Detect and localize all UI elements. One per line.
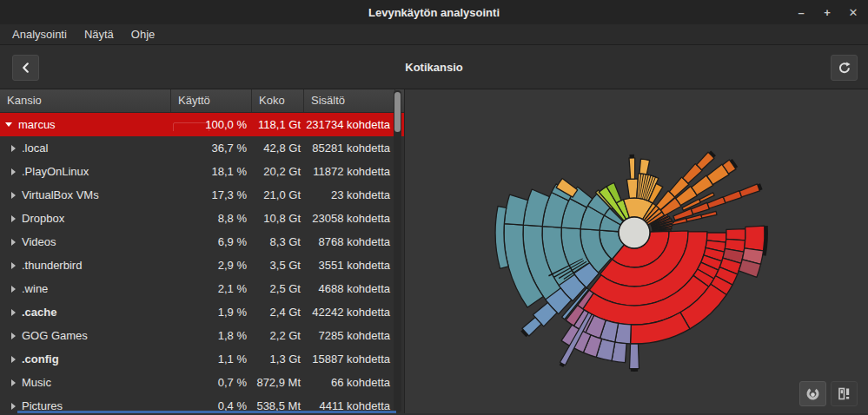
back-button[interactable]: [12, 55, 39, 81]
ring-segment[interactable]: [726, 229, 745, 240]
table-row[interactable]: Dropbox8,8 %10,8 Gt23058 kohdetta: [0, 207, 404, 230]
headerbar: Kotikansio: [0, 45, 868, 89]
contents-cell: 23 kohdetta: [304, 188, 395, 201]
rings-chart-button[interactable]: [799, 381, 826, 406]
usage-cell: 0,7 %: [171, 376, 252, 389]
size-cell: 2,4 Gt: [252, 306, 304, 319]
titlebar: Levynkäytön analysointi – + ✕: [0, 0, 868, 24]
expander-closed-icon[interactable]: [11, 286, 16, 293]
ring-segment[interactable]: [629, 158, 635, 179]
folder-name: marcus: [18, 118, 56, 131]
folder-name-cell: .PlayOnLinux: [0, 165, 171, 178]
chart-center-root[interactable]: [619, 217, 650, 248]
folder-name-cell: .local: [0, 142, 171, 155]
expander-closed-icon[interactable]: [11, 192, 16, 199]
expander-closed-icon[interactable]: [11, 403, 16, 410]
folder-name: Music: [22, 376, 51, 389]
table-row[interactable]: .thunderbird2,9 %3,5 Gt3551 kohdetta: [0, 254, 404, 277]
expander-closed-icon[interactable]: [11, 145, 16, 152]
table-row[interactable]: .PlayOnLinux18,1 %20,2 Gt11872 kohdetta: [0, 160, 404, 183]
folder-name: .wine: [22, 282, 48, 295]
size-cell: 3,5 Gt: [252, 259, 304, 272]
size-cell: 1,3 Gt: [252, 352, 304, 366]
folder-name: Dropbox: [22, 212, 64, 225]
ring-segment[interactable]: [630, 155, 635, 158]
ring-segment[interactable]: [631, 369, 638, 372]
table-row[interactable]: .local36,7 %42,8 Gt85281 kohdetta: [0, 136, 404, 160]
usage-cell: 1,1 %: [171, 352, 252, 366]
ring-segment[interactable]: [745, 226, 765, 251]
folder-name: .cache: [22, 306, 56, 319]
expander-closed-icon[interactable]: [11, 356, 16, 363]
page-title: Kotikansio: [0, 45, 868, 89]
folder-name: VirtualBox VMs: [22, 188, 99, 201]
ring-segment[interactable]: [739, 184, 759, 197]
column-header-sisalto[interactable]: Sisältö: [304, 89, 395, 112]
table-row[interactable]: .cache1,9 %2,4 Gt42242 kohdetta: [0, 300, 404, 324]
contents-cell: 85281 kohdetta: [304, 142, 395, 155]
expander-closed-icon[interactable]: [11, 379, 16, 386]
ring-segment[interactable]: [639, 159, 650, 175]
usage-cell: 6,9 %: [171, 235, 252, 248]
expander-closed-icon[interactable]: [11, 168, 16, 175]
table-row[interactable]: .config1,1 %1,3 Gt15887 kohdetta: [0, 347, 404, 371]
contents-cell: 11872 kohdetta: [304, 165, 395, 178]
rings-chart-icon: [805, 386, 820, 401]
usage-cell: 1,8 %: [171, 329, 252, 342]
folder-name-cell: Dropbox: [0, 212, 171, 225]
menu-analysointi[interactable]: Analysointi: [3, 25, 76, 43]
close-button[interactable]: ✕: [847, 6, 859, 19]
treemap-chart-button[interactable]: [831, 381, 858, 406]
rings-chart[interactable]: [405, 89, 868, 413]
minimize-button[interactable]: –: [795, 6, 807, 19]
folder-name: .PlayOnLinux: [22, 165, 89, 178]
column-header-koko[interactable]: Koko: [252, 89, 304, 112]
contents-cell: 66 kohdetta: [304, 376, 395, 389]
contents-cell: 4688 kohdetta: [304, 282, 395, 295]
contents-cell: 15887 kohdetta: [304, 352, 395, 366]
partially-visible-row-highlight: [17, 411, 396, 413]
ring-segment[interactable]: [701, 211, 717, 218]
menu-nayta[interactable]: Näytä: [76, 25, 123, 43]
expander-closed-icon[interactable]: [11, 262, 16, 269]
contents-cell: 231734 kohdetta: [304, 118, 395, 131]
folder-name-cell: Music: [0, 376, 171, 389]
folder-name: .config: [22, 352, 59, 366]
folder-name-cell: .thunderbird: [0, 259, 171, 272]
expander-open-icon[interactable]: [5, 122, 12, 127]
folder-name-cell: GOG Games: [0, 329, 171, 342]
folder-name: .thunderbird: [22, 259, 82, 272]
contents-cell: 7285 kohdetta: [304, 329, 395, 342]
table-row[interactable]: GOG Games1,8 %2,2 Gt7285 kohdetta: [0, 324, 404, 347]
table-row[interactable]: .wine2,1 %2,5 Gt4688 kohdetta: [0, 277, 404, 300]
column-header-kansio[interactable]: Kansio: [0, 89, 171, 112]
maximize-button[interactable]: +: [821, 6, 833, 19]
expander-closed-icon[interactable]: [11, 215, 16, 222]
expander-closed-icon[interactable]: [11, 239, 16, 246]
usage-cell: 2,9 %: [171, 259, 252, 272]
table-header: Kansio Käyttö Koko Sisältö: [0, 89, 404, 113]
window-title: Levynkäytön analysointi: [368, 6, 500, 19]
ring-segment[interactable]: [707, 197, 726, 208]
folder-tree-pane: Kansio Käyttö Koko Sisältö marcus100,0 %…: [0, 89, 405, 413]
menubar: Analysointi Näytä Ohje: [0, 24, 868, 45]
ring-segment[interactable]: [724, 191, 742, 203]
vertical-scrollbar[interactable]: [394, 90, 401, 412]
column-header-kaytto[interactable]: Käyttö: [171, 89, 252, 112]
table-row[interactable]: VirtualBox VMs17,3 %21,0 Gt23 kohdetta: [0, 183, 404, 207]
scrollbar-thumb[interactable]: [394, 92, 401, 132]
size-cell: 872,9 Mt: [252, 376, 304, 389]
table-row[interactable]: Videos6,9 %8,3 Gt8768 kohdetta: [0, 230, 404, 254]
app-window: Levynkäytön analysointi – + ✕ Analysoint…: [0, 0, 868, 415]
size-cell: 21,0 Gt: [252, 188, 304, 201]
expander-closed-icon[interactable]: [11, 309, 16, 316]
ring-segment[interactable]: [630, 344, 639, 369]
reload-button[interactable]: [831, 55, 858, 81]
expander-closed-icon[interactable]: [11, 333, 16, 339]
menu-ohje[interactable]: Ohje: [123, 25, 163, 43]
ring-segment[interactable]: [699, 193, 714, 202]
size-cell: 42,8 Gt: [252, 142, 304, 155]
contents-cell: 42242 kohdetta: [304, 306, 395, 319]
table-row[interactable]: Music0,7 %872,9 Mt66 kohdetta: [0, 371, 404, 394]
table-row[interactable]: marcus100,0 %118,1 Gt231734 kohdetta: [0, 113, 404, 136]
